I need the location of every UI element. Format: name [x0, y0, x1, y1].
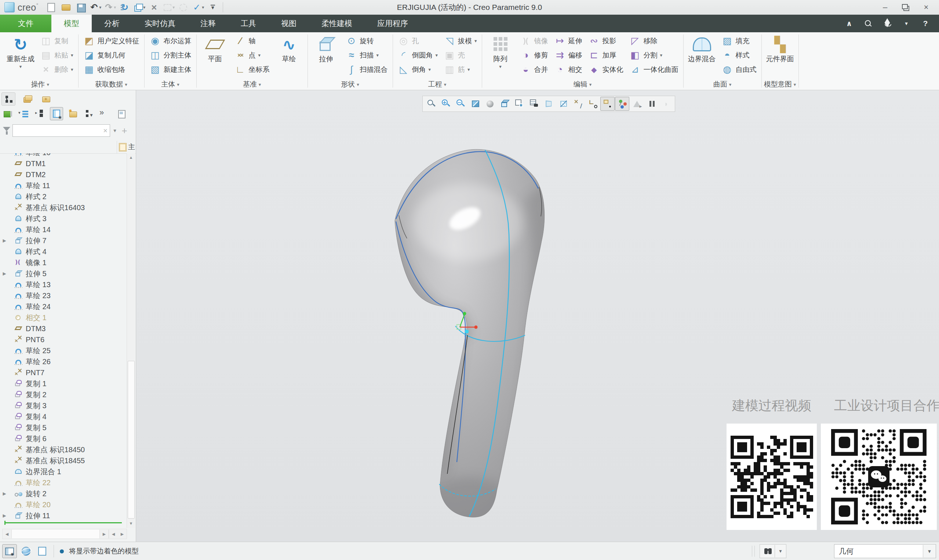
tree-item[interactable]: 草绘 10: [0, 153, 126, 158]
button-split[interactable]: 分割: [627, 48, 681, 62]
expand-arrow-icon[interactable]: [0, 491, 9, 496]
minimize-button[interactable]: –: [880, 3, 891, 12]
tree-insert-indicator[interactable]: [5, 522, 122, 523]
graphics-button-analysis-preview[interactable]: [630, 97, 644, 111]
learning-dropdown-icon-learning-dropdown[interactable]: [902, 19, 911, 28]
button-intersect[interactable]: 相交: [552, 62, 585, 77]
tree-item[interactable]: 边界混合 1: [0, 466, 126, 477]
tree-item[interactable]: 草绘 24: [0, 301, 126, 312]
group-label-operations[interactable]: 操作: [5, 79, 76, 90]
tab-annotate[interactable]: 注释: [188, 15, 228, 32]
button-sketch[interactable]: 草绘: [273, 34, 305, 63]
graphics-button-saved-orientations[interactable]: [512, 97, 527, 111]
tree-item[interactable]: 样式 3: [0, 213, 126, 224]
button-shell[interactable]: 壳: [441, 48, 480, 62]
button-extrude[interactable]: 拉伸: [310, 34, 342, 63]
tab-applications[interactable]: 应用程序: [365, 15, 421, 32]
tree-tool-show-options[interactable]: [2, 108, 14, 120]
group-label-body[interactable]: 主体: [147, 79, 194, 90]
button-split-body[interactable]: 分割主体: [147, 48, 194, 62]
button-offset[interactable]: 偏移: [552, 48, 585, 62]
graphics-button-zoom-in[interactable]: [439, 97, 453, 111]
button-copy-geometry[interactable]: 复制几何: [81, 48, 142, 62]
scroll-up-icon[interactable]: ▲: [127, 153, 135, 162]
button-style[interactable]: 样式: [719, 48, 759, 62]
expand-arrow-icon[interactable]: [0, 271, 9, 276]
graphics-button-pause[interactable]: [645, 97, 658, 111]
tree-item[interactable]: 复制 3: [0, 400, 126, 411]
button-project[interactable]: 投影: [586, 34, 626, 48]
scroll-left-icon[interactable]: ◀: [3, 529, 11, 538]
find-dropdown-icon[interactable]: ▼: [775, 545, 786, 557]
button-chamfer[interactable]: 倒角: [395, 62, 441, 77]
expand-arrow-icon[interactable]: [0, 513, 9, 518]
navigator-tab-model-tree[interactable]: [2, 92, 15, 106]
group-label-engineering[interactable]: 工程: [395, 79, 480, 90]
button-boolean[interactable]: 布尔运算: [147, 34, 194, 48]
tree-item[interactable]: 样式 4: [0, 246, 126, 257]
graphics-button-perspective[interactable]: [541, 97, 556, 111]
graphics-button-repaint[interactable]: [468, 97, 483, 111]
button-draft[interactable]: 拔模: [441, 34, 480, 48]
tree-item[interactable]: 草绘 22: [0, 477, 126, 488]
tree-item[interactable]: 复制 2: [0, 389, 126, 400]
button-delete[interactable]: 删除: [37, 62, 76, 77]
selection-filter-dropdown-icon[interactable]: ▼: [923, 545, 936, 557]
button-new-body[interactable]: 新建主体: [147, 62, 194, 77]
scroll-down-icon[interactable]: ▼: [127, 519, 135, 528]
column-scroll-right-icon[interactable]: ▶: [118, 529, 126, 538]
column-scroll-left-icon[interactable]: ◀: [109, 529, 118, 538]
button-remove[interactable]: 移除: [627, 34, 681, 48]
button-copy[interactable]: 复制: [37, 34, 76, 48]
navigator-tab-favorites[interactable]: [39, 92, 52, 105]
tree-item[interactable]: PNT7: [0, 367, 126, 378]
button-csys[interactable]: 坐标系: [232, 62, 272, 77]
tree-item[interactable]: 草绘 13: [0, 279, 126, 290]
button-solidify[interactable]: 实体化: [586, 62, 626, 77]
button-revolve[interactable]: 旋转: [343, 34, 390, 48]
tree-item[interactable]: DTM1: [0, 158, 126, 169]
restore-button[interactable]: [900, 3, 911, 12]
search-icon-search[interactable]: [863, 19, 873, 28]
button-mirror[interactable]: 镜像: [517, 34, 551, 48]
tree-item[interactable]: 镜像 1: [0, 257, 126, 268]
graphics-button-3d-dragger[interactable]: [615, 97, 629, 111]
graphics-button-zoom-fit[interactable]: [424, 97, 438, 111]
qat-button-save[interactable]: [74, 2, 88, 13]
column-header-body[interactable]: 主体: [119, 142, 135, 152]
qat-button-selection-buffer[interactable]: [176, 2, 190, 13]
button-thicken[interactable]: 加厚: [586, 48, 626, 62]
tree-item[interactable]: 草绘 20: [0, 499, 126, 510]
qat-button-window-arrange[interactable]: [133, 2, 146, 13]
graphics-button-display-style[interactable]: [498, 97, 512, 111]
graphics-button-zoom-out[interactable]: [453, 97, 468, 111]
button-shrinkwrap[interactable]: 收缩包络: [81, 62, 142, 77]
button-extend[interactable]: 延伸: [552, 34, 585, 48]
button-rib[interactable]: 筋: [441, 62, 480, 77]
button-unite-surface[interactable]: 一体化曲面: [627, 62, 681, 77]
status-icon-blank-doc[interactable]: [35, 545, 49, 558]
selection-filter-combobox[interactable]: 几何 ▼: [834, 544, 936, 558]
tree-item[interactable]: DTM3: [0, 323, 126, 334]
graphics-button-resume[interactable]: [659, 97, 673, 111]
collapse-ribbon-icon-collapse-ribbon[interactable]: [844, 19, 854, 28]
tab-view[interactable]: 视图: [268, 15, 309, 32]
tab-tools[interactable]: 工具: [228, 15, 268, 32]
tree-item[interactable]: PNT6: [0, 334, 126, 345]
model-earbud[interactable]: [381, 144, 565, 542]
expand-arrow-icon[interactable]: [0, 238, 9, 243]
graphics-area[interactable]: 建模过程视频 工业设计项目合作: [136, 90, 939, 542]
button-pattern[interactable]: 阵列: [484, 34, 517, 69]
button-sweep[interactable]: 扫描: [343, 48, 390, 62]
find-tool[interactable]: ▼: [760, 544, 786, 558]
tree-item[interactable]: 基准点 标识18450: [0, 444, 126, 455]
tree-item[interactable]: DTM2: [0, 169, 126, 180]
graphics-button-view-manager[interactable]: [527, 97, 541, 111]
qat-button-accept[interactable]: [191, 2, 205, 13]
close-button[interactable]: ×: [920, 3, 932, 12]
button-swept-blend[interactable]: 扫描混合: [343, 62, 390, 77]
graphics-button-shading-style[interactable]: [483, 97, 497, 111]
button-merge[interactable]: 合并: [517, 62, 551, 77]
tree-item[interactable]: 样式 2: [0, 191, 126, 202]
tab-analysis[interactable]: 分析: [92, 15, 132, 32]
